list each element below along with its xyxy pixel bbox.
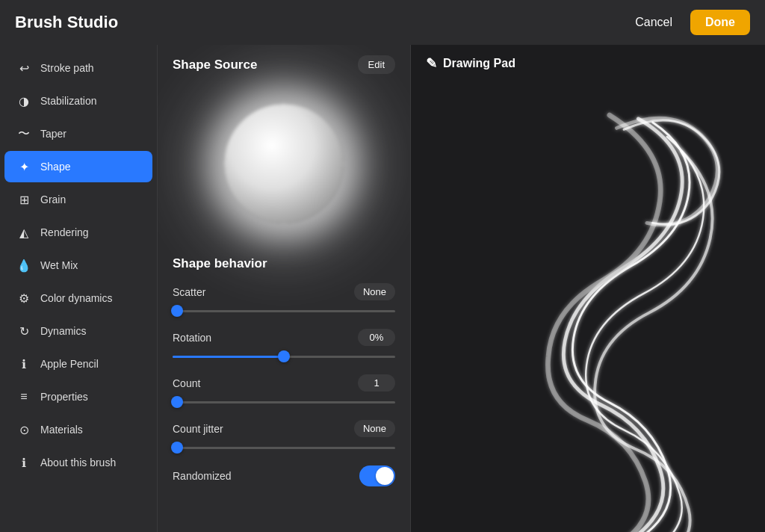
behavior-title: Shape behavior: [173, 256, 395, 271]
sidebar-item-label-wet-mix: Wet Mix: [40, 259, 78, 271]
count-jitter-label: Count jitter: [173, 423, 223, 435]
count-jitter-row: Count jitter None: [173, 420, 395, 454]
randomized-row: Randomized: [173, 466, 395, 486]
sidebar-item-label-materials: Materials: [40, 424, 83, 436]
wet-mix-icon: 💧: [16, 258, 31, 273]
sidebar-item-grain[interactable]: ⊞Grain: [4, 184, 152, 215]
count-value: 1: [358, 374, 395, 392]
apple-pencil-icon: ℹ: [16, 356, 31, 371]
shape-circle: [224, 104, 344, 223]
count-thumb[interactable]: [171, 396, 183, 408]
sidebar-item-color-dynamics[interactable]: ⚙Color dynamics: [4, 282, 152, 314]
app-title: Brush Studio: [15, 13, 118, 32]
sidebar-item-label-properties: Properties: [40, 391, 88, 403]
sidebar-item-taper[interactable]: 〜Taper: [4, 118, 152, 149]
materials-icon: ⊙: [16, 422, 31, 437]
scatter-label: Scatter: [173, 286, 205, 298]
count-label-row: Count 1: [173, 374, 395, 392]
sidebar-item-wet-mix[interactable]: 💧Wet Mix: [4, 250, 152, 281]
count-jitter-thumb[interactable]: [171, 442, 183, 454]
sidebar-item-label-color-dynamics: Color dynamics: [40, 292, 112, 304]
shape-preview: [158, 81, 410, 246]
sidebar-item-label-taper: Taper: [40, 128, 66, 140]
sidebar-item-about[interactable]: ℹAbout this brush: [4, 447, 152, 478]
rotation-fill: [173, 356, 284, 358]
sidebar-item-label-rendering: Rendering: [40, 226, 89, 238]
stroke-path-icon: ↩: [16, 61, 31, 75]
count-jitter-value: None: [354, 420, 395, 437]
randomized-toggle[interactable]: [359, 466, 395, 486]
rotation-slider[interactable]: [173, 350, 395, 362]
sidebar-item-rendering[interactable]: ◭Rendering: [4, 217, 152, 248]
scatter-label-row: Scatter None: [173, 283, 395, 300]
sidebar-item-stroke-path[interactable]: ↩Stroke path: [4, 52, 152, 84]
sidebar: ↩Stroke path◑Stabilization〜Taper✦Shape⊞G…: [0, 45, 157, 532]
count-slider[interactable]: [173, 396, 395, 408]
shape-icon: ✦: [16, 159, 31, 174]
count-jitter-track: [173, 447, 395, 449]
rotation-label: Rotation: [173, 332, 211, 344]
sidebar-item-label-shape: Shape: [40, 161, 70, 173]
grain-icon: ⊞: [16, 192, 31, 207]
cancel-button[interactable]: Cancel: [626, 11, 681, 34]
randomized-label: Randomized: [173, 470, 232, 482]
about-icon: ℹ: [16, 455, 31, 470]
rotation-value: 0%: [358, 329, 395, 346]
sidebar-item-materials[interactable]: ⊙Materials: [4, 414, 152, 445]
sidebar-item-label-apple-pencil: Apple Pencil: [40, 358, 99, 370]
sidebar-item-stabilization[interactable]: ◑Stabilization: [4, 85, 152, 117]
edit-button[interactable]: Edit: [358, 55, 395, 74]
drawing-pad: ✎ Drawing Pad: [411, 45, 765, 532]
sidebar-item-label-about: About this brush: [40, 457, 116, 468]
drawing-pad-canvas[interactable]: [411, 79, 765, 532]
rotation-row: Rotation 0%: [173, 329, 395, 362]
done-button[interactable]: Done: [690, 10, 750, 35]
scatter-thumb[interactable]: [171, 305, 183, 317]
panel-title: Shape Source: [173, 58, 257, 72]
middle-panel: Shape Source Edit Shape behavior Scatter…: [157, 45, 411, 532]
rotation-thumb[interactable]: [278, 350, 290, 362]
sidebar-item-dynamics[interactable]: ↻Dynamics: [4, 315, 152, 347]
drawing-pad-title: Drawing Pad: [443, 57, 515, 70]
count-label: Count: [173, 377, 200, 389]
behavior-section: Shape behavior Scatter None Rotation: [158, 246, 410, 509]
sidebar-item-properties[interactable]: ≡Properties: [4, 381, 152, 412]
sidebar-item-shape[interactable]: ✦Shape: [4, 151, 152, 182]
sidebar-item-label-stabilization: Stabilization: [40, 95, 97, 107]
color-dynamics-icon: ⚙: [16, 291, 31, 306]
sidebar-item-label-dynamics: Dynamics: [40, 325, 86, 337]
scatter-track: [173, 310, 395, 312]
sidebar-item-apple-pencil[interactable]: ℹApple Pencil: [4, 348, 152, 380]
main-content: ↩Stroke path◑Stabilization〜Taper✦Shape⊞G…: [0, 45, 765, 532]
stabilization-icon: ◑: [16, 93, 31, 108]
count-row: Count 1: [173, 374, 395, 408]
header-actions: Cancel Done: [626, 10, 750, 35]
properties-icon: ≡: [16, 389, 31, 404]
randomized-knob: [376, 467, 394, 485]
scatter-row: Scatter None: [173, 283, 395, 317]
panel-header: Shape Source Edit: [158, 45, 410, 81]
sidebar-item-label-stroke-path: Stroke path: [40, 62, 94, 74]
dynamics-icon: ↻: [16, 324, 31, 338]
drawing-pad-header: ✎ Drawing Pad: [411, 45, 765, 79]
rotation-track: [173, 356, 395, 358]
taper-icon: 〜: [16, 126, 31, 141]
drawing-pad-icon: ✎: [426, 55, 437, 72]
count-jitter-label-row: Count jitter None: [173, 420, 395, 437]
rotation-label-row: Rotation 0%: [173, 329, 395, 346]
app-header: Brush Studio Cancel Done: [0, 0, 765, 45]
scatter-value: None: [354, 283, 395, 300]
scatter-slider[interactable]: [173, 305, 395, 317]
rendering-icon: ◭: [16, 225, 31, 240]
count-track: [173, 401, 395, 403]
sidebar-item-label-grain: Grain: [40, 194, 66, 205]
count-jitter-slider[interactable]: [173, 442, 395, 454]
